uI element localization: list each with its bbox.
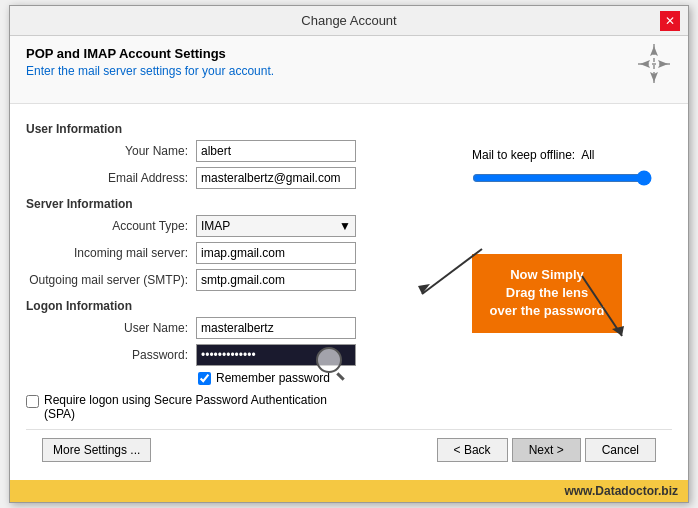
nav-buttons: < Back Next > Cancel [437, 438, 656, 462]
close-button[interactable]: ✕ [660, 11, 680, 31]
password-row: Password: [26, 344, 462, 366]
header-text: POP and IMAP Account Settings Enter the … [26, 46, 274, 78]
your-name-label: Your Name: [26, 144, 196, 158]
remember-label: Remember password [216, 371, 330, 385]
offline-slider[interactable] [472, 170, 652, 186]
bottom-bar: More Settings ... < Back Next > Cancel [26, 429, 672, 470]
back-button[interactable]: < Back [437, 438, 508, 462]
incoming-row: Incoming mail server: [26, 242, 462, 264]
svg-marker-9 [612, 326, 624, 336]
header-subtitle: Enter the mail server settings for your … [26, 64, 274, 78]
your-name-row: Your Name: [26, 140, 462, 162]
svg-line-8 [582, 276, 622, 336]
right-area: Mail to keep offline: All Now Simply Dra… [472, 114, 672, 421]
svg-line-6 [422, 249, 482, 294]
footer-bar: www.Datadoctor.biz [10, 480, 688, 502]
cursor-icon [636, 42, 672, 93]
spa-row: Require logon using Secure Password Auth… [26, 393, 462, 421]
title-bar: Change Account ✕ [10, 6, 688, 36]
email-label: Email Address: [26, 171, 196, 185]
header-section: POP and IMAP Account Settings Enter the … [10, 36, 688, 104]
left-form: User Information Your Name: Email Addres… [26, 114, 462, 421]
email-input[interactable] [196, 167, 356, 189]
incoming-input[interactable] [196, 242, 356, 264]
next-arrow-svg [562, 271, 662, 351]
server-info-section: Server Information [26, 197, 462, 211]
incoming-label: Incoming mail server: [26, 246, 196, 260]
account-type-label: Account Type: [26, 219, 196, 233]
cancel-button[interactable]: Cancel [585, 438, 656, 462]
account-type-dropdown[interactable]: IMAP ▼ [196, 215, 356, 237]
password-label: Password: [26, 348, 196, 362]
user-info-section: User Information [26, 122, 462, 136]
remember-row: Remember password [198, 371, 462, 385]
outgoing-label: Outgoing mail server (SMTP): [26, 273, 196, 287]
outgoing-input[interactable] [196, 269, 356, 291]
user-name-input[interactable] [196, 317, 356, 339]
offline-value: All [581, 148, 594, 162]
user-name-label: User Name: [26, 321, 196, 335]
footer-url: www.Datadoctor.biz [564, 484, 678, 498]
spa-checkbox[interactable] [26, 395, 39, 408]
arrow-svg [412, 244, 492, 304]
dialog-title: Change Account [38, 13, 660, 28]
next-button[interactable]: Next > [512, 438, 581, 462]
outgoing-row: Outgoing mail server (SMTP): [26, 269, 462, 291]
remember-checkbox[interactable] [198, 372, 211, 385]
user-name-row: User Name: [26, 317, 462, 339]
main-content: User Information Your Name: Email Addres… [10, 104, 688, 480]
email-row: Email Address: [26, 167, 462, 189]
more-settings-button[interactable]: More Settings ... [42, 438, 151, 462]
offline-label: Mail to keep offline: [472, 148, 575, 162]
header-title: POP and IMAP Account Settings [26, 46, 274, 61]
your-name-input[interactable] [196, 140, 356, 162]
magnifier-lens[interactable] [316, 347, 342, 373]
account-type-row: Account Type: IMAP ▼ [26, 215, 462, 237]
logon-info-section: Logon Information [26, 299, 462, 313]
spa-label: Require logon using Secure Password Auth… [44, 393, 344, 421]
dialog-window: Change Account ✕ POP and IMAP Account Se… [9, 5, 689, 503]
